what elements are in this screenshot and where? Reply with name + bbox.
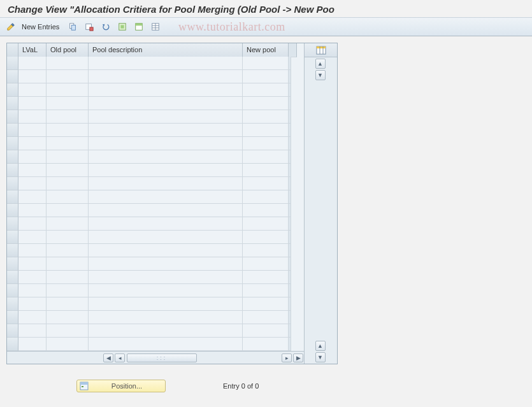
cell-lval[interactable] xyxy=(18,284,47,297)
scroll-step-up-icon[interactable]: ▲ xyxy=(315,341,326,351)
cell-oldpool[interactable] xyxy=(47,311,89,324)
cell-desc[interactable] xyxy=(89,244,243,257)
row-selector[interactable] xyxy=(7,204,18,217)
scroll-last-icon[interactable]: ▶ xyxy=(293,353,303,362)
row-selector[interactable] xyxy=(7,311,18,324)
cell-oldpool[interactable] xyxy=(47,297,89,311)
cell-newpool[interactable] xyxy=(243,231,289,244)
row-selector[interactable] xyxy=(7,110,18,124)
cell-lval[interactable] xyxy=(18,150,47,164)
cell-lval[interactable] xyxy=(18,231,47,244)
cell-oldpool[interactable] xyxy=(47,324,89,338)
col-header-newpool[interactable]: New pool xyxy=(243,43,289,57)
cell-oldpool[interactable] xyxy=(47,137,89,150)
cell-desc[interactable] xyxy=(89,231,243,244)
deselect-all-icon[interactable] xyxy=(132,20,146,34)
cell-desc[interactable] xyxy=(89,83,243,97)
cell-oldpool[interactable] xyxy=(47,190,89,204)
select-all-icon[interactable] xyxy=(115,20,129,34)
cell-oldpool[interactable] xyxy=(47,257,89,271)
scroll-thumb[interactable]: ::: xyxy=(127,353,197,362)
scroll-right-icon[interactable]: ▸ xyxy=(282,353,292,362)
row-selector[interactable] xyxy=(7,271,18,284)
change-icon[interactable] xyxy=(4,20,18,34)
cell-oldpool[interactable] xyxy=(47,244,89,257)
cell-desc[interactable] xyxy=(89,137,243,150)
row-selector[interactable] xyxy=(7,297,18,311)
cell-desc[interactable] xyxy=(89,271,243,284)
cell-lval[interactable] xyxy=(18,244,47,257)
cell-newpool[interactable] xyxy=(243,297,289,311)
cell-desc[interactable] xyxy=(89,217,243,231)
cell-oldpool[interactable] xyxy=(47,217,89,231)
scroll-step-down-icon[interactable]: ▼ xyxy=(315,70,326,80)
cell-lval[interactable] xyxy=(18,217,47,231)
row-selector[interactable] xyxy=(7,338,18,351)
cell-desc[interactable] xyxy=(89,257,243,271)
cell-oldpool[interactable] xyxy=(47,177,89,190)
cell-lval[interactable] xyxy=(18,70,47,83)
cell-lval[interactable] xyxy=(18,177,47,190)
cell-newpool[interactable] xyxy=(243,311,289,324)
cell-desc[interactable] xyxy=(89,124,243,137)
cell-newpool[interactable] xyxy=(243,177,289,190)
cell-lval[interactable] xyxy=(18,190,47,204)
cell-lval[interactable] xyxy=(18,324,47,338)
copy-icon[interactable] xyxy=(66,20,80,34)
col-header-desc[interactable]: Pool description xyxy=(89,43,243,57)
scroll-up-icon[interactable]: ▲ xyxy=(315,59,326,69)
scroll-left-icon[interactable]: ◂ xyxy=(115,353,125,362)
cell-lval[interactable] xyxy=(18,83,47,97)
cell-lval[interactable] xyxy=(18,110,47,124)
undo-icon[interactable] xyxy=(99,20,113,34)
row-selector[interactable] xyxy=(7,70,18,83)
col-header-oldpool[interactable]: Old pool xyxy=(47,43,89,57)
cell-oldpool[interactable] xyxy=(47,231,89,244)
cell-newpool[interactable] xyxy=(243,164,289,177)
cell-desc[interactable] xyxy=(89,190,243,204)
row-selector[interactable] xyxy=(7,137,18,150)
row-selector[interactable] xyxy=(7,57,18,70)
cell-desc[interactable] xyxy=(89,177,243,190)
cell-newpool[interactable] xyxy=(243,57,289,70)
cell-lval[interactable] xyxy=(18,311,47,324)
cell-newpool[interactable] xyxy=(243,324,289,338)
cell-lval[interactable] xyxy=(18,57,47,70)
row-selector[interactable] xyxy=(7,97,18,110)
position-button[interactable]: Position... xyxy=(76,380,166,392)
table-settings-icon[interactable] xyxy=(148,20,162,34)
cell-oldpool[interactable] xyxy=(47,124,89,137)
cell-oldpool[interactable] xyxy=(47,110,89,124)
cell-desc[interactable] xyxy=(89,164,243,177)
cell-oldpool[interactable] xyxy=(47,57,89,70)
cell-newpool[interactable] xyxy=(243,217,289,231)
cell-newpool[interactable] xyxy=(243,257,289,271)
row-selector[interactable] xyxy=(7,284,18,297)
cell-desc[interactable] xyxy=(89,110,243,124)
cell-lval[interactable] xyxy=(18,204,47,217)
cell-desc[interactable] xyxy=(89,297,243,311)
cell-lval[interactable] xyxy=(18,338,47,351)
cell-oldpool[interactable] xyxy=(47,83,89,97)
col-header-lval[interactable]: LVaL xyxy=(18,43,47,57)
cell-lval[interactable] xyxy=(18,271,47,284)
delete-icon[interactable] xyxy=(82,20,96,34)
row-selector[interactable] xyxy=(7,150,18,164)
row-selector[interactable] xyxy=(7,83,18,97)
horizontal-scrollbar[interactable]: ◀◂:::▸▶ xyxy=(7,351,304,364)
cell-newpool[interactable] xyxy=(243,271,289,284)
cell-oldpool[interactable] xyxy=(47,150,89,164)
cell-newpool[interactable] xyxy=(243,70,289,83)
cell-lval[interactable] xyxy=(18,124,47,137)
cell-newpool[interactable] xyxy=(243,124,289,137)
configure-columns-icon[interactable] xyxy=(305,43,337,57)
cell-desc[interactable] xyxy=(89,70,243,83)
row-selector[interactable] xyxy=(7,164,18,177)
vertical-scrollbar[interactable]: ▲ ▼ ▲ ▼ xyxy=(305,57,337,364)
cell-newpool[interactable] xyxy=(243,83,289,97)
cell-lval[interactable] xyxy=(18,164,47,177)
row-selector[interactable] xyxy=(7,324,18,338)
cell-desc[interactable] xyxy=(89,204,243,217)
cell-oldpool[interactable] xyxy=(47,271,89,284)
cell-newpool[interactable] xyxy=(243,137,289,150)
